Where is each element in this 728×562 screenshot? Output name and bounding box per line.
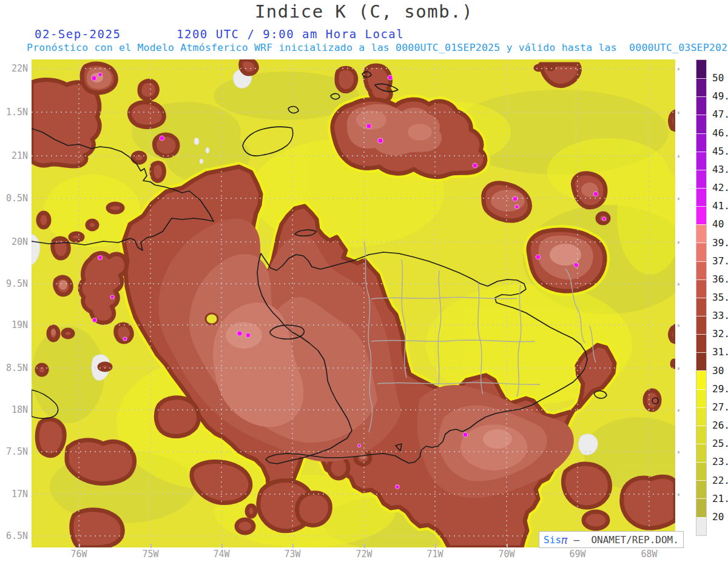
y-axis-label: 7.5N: [1, 446, 28, 457]
colorbar-tick-label: 36.5: [712, 273, 728, 284]
y-axis-label: 22N: [1, 63, 28, 74]
bottom-edge-tick: [150, 544, 152, 548]
colorbar-tick-label: 23.9: [712, 456, 728, 467]
colorbar-tick-label: 21.3: [712, 492, 728, 504]
forecast-date: 02-Sep-2025: [35, 27, 121, 41]
x-axis-label: 73W: [274, 549, 311, 560]
right-edge-tick: [678, 241, 683, 243]
x-axis-label: 72W: [346, 549, 382, 560]
right-edge-tick: [678, 493, 683, 495]
right-edge-tick: [678, 198, 683, 199]
colorbar-tick-label: 29.1: [712, 383, 728, 394]
colorbar-tick-label: 37.8: [712, 255, 728, 266]
colorbar-segment: [696, 480, 706, 498]
right-edge-tick: [678, 68, 683, 69]
y-axis-label: 9.5N: [1, 278, 28, 289]
x-axis-label: 71W: [417, 549, 453, 560]
colorbar: [696, 59, 707, 536]
x-axis-label: 76W: [61, 549, 97, 560]
bottom-edge-tick: [221, 544, 223, 548]
colorbar-segment: [696, 115, 706, 133]
colorbar-tick-label: 46.5: [712, 127, 728, 138]
colorbar-segment: [696, 96, 706, 115]
bottom-edge-tick: [435, 544, 436, 548]
colorbar-segment: [696, 243, 706, 261]
colorbar-tick-label: 33.9: [712, 310, 728, 321]
colorbar-segment: [696, 407, 706, 426]
colorbar-tick-label: 49.1: [712, 90, 728, 102]
colorbar-segment: [696, 334, 706, 352]
colorbar-segment: [696, 462, 706, 480]
x-axis-label: 74W: [203, 549, 240, 560]
y-axis-label: 20N: [1, 236, 28, 247]
bottom-edge-tick: [364, 544, 365, 548]
x-axis-label: 69W: [559, 549, 596, 560]
forecast-time: 1200 UTC / 9:00 am Hora Local: [177, 27, 404, 41]
colorbar-segment: [696, 316, 706, 334]
colorbar-segment: [696, 352, 706, 370]
colorbar-tick-label: 42.6: [712, 182, 728, 193]
forecast-map: [32, 59, 675, 547]
bottom-edge-tick: [292, 544, 294, 548]
colorbar-segment: [696, 298, 706, 316]
colorbar-segment: [696, 133, 706, 152]
colorbar-segment: [696, 170, 706, 188]
colorbar-tick-label: 22.6: [712, 474, 728, 486]
x-axis-label: 75W: [132, 549, 169, 560]
watermark: Sisπ – ONAMET/REP.DOM.: [539, 531, 684, 548]
colorbar-tick-label: 45.2: [712, 145, 728, 156]
watermark-suffix: – ONAMET/REP.DOM.: [568, 534, 679, 546]
y-axis-label: 17N: [1, 489, 28, 500]
colorbar-segment: [696, 370, 706, 389]
forecast-chart: Indice K (C, somb.) 02-Sep-2025 1200 UTC…: [0, 0, 728, 562]
y-axis-label: 1.5N: [1, 107, 28, 118]
x-axis-label: 70W: [488, 549, 525, 560]
colorbar-tick-label: 20: [712, 510, 724, 522]
colorbar-segment: [696, 279, 706, 298]
bottom-edge-tick: [79, 544, 80, 548]
colorbar-tick-label: 25.2: [712, 438, 728, 449]
colorbar-tick-label: 32.6: [712, 328, 728, 340]
right-edge-tick: [678, 324, 683, 326]
y-axis-label: 21N: [1, 150, 28, 161]
right-edge-tick: [678, 283, 683, 284]
y-axis-label: 19N: [1, 319, 28, 330]
colorbar-segment: [696, 60, 706, 78]
colorbar-tick-label: 26.5: [712, 420, 728, 431]
colorbar-segment: [696, 152, 706, 170]
colorbar-tick-label: 50: [712, 72, 724, 84]
map-canvas: [32, 59, 675, 547]
colorbar-tick-label: 43.9: [712, 163, 728, 175]
colorbar-segment: [696, 188, 706, 206]
y-axis-label: 6.5N: [1, 530, 28, 541]
colorbar-tick-label: 27.8: [712, 401, 728, 412]
y-axis-label: 18N: [1, 404, 28, 415]
colorbar-segment: [696, 426, 706, 444]
colorbar-tick-label: 30: [712, 364, 724, 376]
y-axis-label: 8.5N: [1, 363, 28, 373]
colorbar-segment: [696, 224, 706, 243]
colorbar-tick-label: 47.8: [712, 109, 728, 120]
model-info-line: Pronóstico con el Modelo Atmósferico WRF…: [27, 42, 728, 53]
colorbar-segment: [696, 206, 706, 224]
right-edge-tick: [678, 155, 683, 156]
colorbar-segment: [696, 498, 706, 517]
bottom-edge-tick: [507, 544, 508, 548]
yellow-hole: [206, 313, 218, 324]
right-edge-tick: [678, 367, 683, 369]
right-edge-tick: [678, 409, 683, 410]
page-title: Indice K (C, somb.): [0, 1, 728, 22]
y-axis-label: 0.5N: [1, 193, 28, 204]
colorbar-segment: [696, 517, 706, 535]
colorbar-tick-label: 35.2: [712, 292, 728, 303]
right-edge-tick: [678, 451, 683, 452]
x-axis-label: 68W: [631, 549, 667, 560]
colorbar-segment: [696, 444, 706, 462]
colorbar-tick-label: 40: [712, 218, 724, 230]
watermark-pi-symbol: π: [561, 534, 568, 546]
colorbar-segment: [696, 389, 706, 407]
colorbar-tick-label: 31.3: [712, 346, 728, 358]
right-edge-tick: [678, 112, 683, 113]
colorbar-tick-label: 41.3: [712, 200, 728, 212]
colorbar-tick-label: 39.1: [712, 236, 728, 248]
